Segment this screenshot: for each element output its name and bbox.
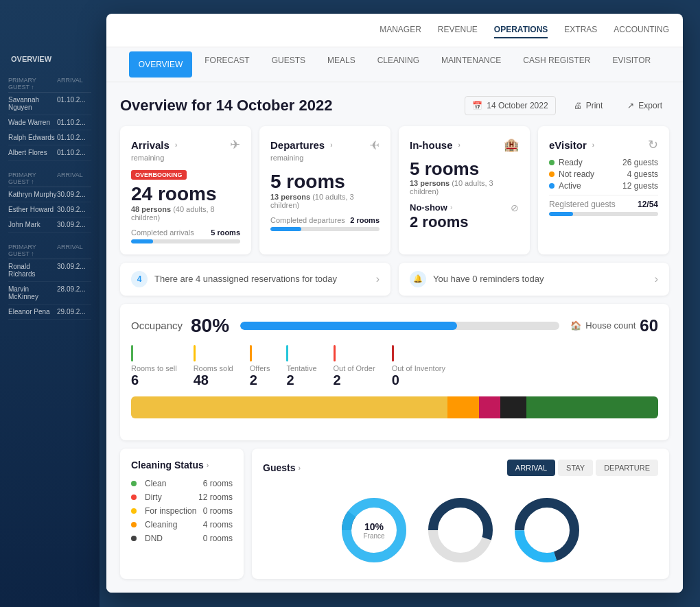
stat-rooms-to-sell-label: Rooms to sell <box>131 364 177 372</box>
guest-row-marvin[interactable]: Marvin McKinney28.09.2... <box>8 282 91 305</box>
arrivals-icon: ✈ <box>230 137 240 152</box>
dirty-value: 12 rooms <box>198 492 233 502</box>
donut-2 <box>423 492 498 568</box>
noshow-chevron: › <box>450 204 452 211</box>
calendar-icon: 📅 <box>472 101 482 110</box>
donut-1-sub: France <box>363 532 384 539</box>
date-chip[interactable]: 📅 14 October 2022 <box>465 96 555 115</box>
tab-departure[interactable]: DEPARTURE <box>596 460 658 476</box>
color-bar-pink <box>479 396 500 418</box>
tab-stay[interactable]: STAY <box>558 460 593 476</box>
departures-title[interactable]: Departures › <box>270 139 333 151</box>
ready-dot <box>549 160 555 165</box>
stat-tentative: Tentative 2 <box>286 345 316 388</box>
guests-tabs: ARRIVAL STAY DEPARTURE <box>507 460 658 476</box>
tab-arrival[interactable]: ARRIVAL <box>507 460 555 476</box>
guest-row-ralph[interactable]: Ralph Edwards01.10.2... <box>8 130 91 145</box>
arrivals-title[interactable]: Arrivals › <box>131 139 177 151</box>
reminders-alert[interactable]: 🔔 You have 0 reminders today › <box>399 263 669 296</box>
stat-out-of-order-label: Out of Order <box>334 364 375 372</box>
nav-manager[interactable]: MANAGER <box>380 22 421 38</box>
dnd-dot <box>131 536 137 541</box>
subnav-maintenance[interactable]: MAINTENANCE <box>432 47 511 82</box>
nav-extras[interactable]: EXTRAS <box>564 22 597 38</box>
unassigned-text: There are 4 unassigned reservations for … <box>154 274 337 284</box>
cleaning-dirty-row: Dirty 12 rooms <box>131 492 233 502</box>
guest-row-savannah[interactable]: Savannah Nguyen01.10.2... <box>8 93 91 115</box>
subnav-guests[interactable]: GUESTS <box>262 47 315 82</box>
evisitor-active-value: 12 guests <box>622 181 658 191</box>
bell-icon: 🔔 <box>410 271 426 287</box>
unassigned-chevron: › <box>376 273 380 285</box>
stat-offers-label: Offers <box>250 364 270 372</box>
sidebar-overview-label: OVERVIEW <box>0 14 100 74</box>
cleaning-cleaning-row: Cleaning 4 rooms <box>131 520 233 529</box>
guest-row-eleanor[interactable]: Eleanor Pena29.09.2... <box>8 305 91 320</box>
nav-revenue[interactable]: REVENUE <box>438 22 478 38</box>
subnav-cash-register[interactable]: CASH REGISTER <box>513 47 600 82</box>
arrivals-chevron: › <box>175 141 177 149</box>
nav-accounting[interactable]: ACCOUNTING <box>614 22 669 38</box>
reminders-text: You have 0 reminders today <box>433 274 544 284</box>
cleaning-dnd-row: DND 0 rooms <box>131 534 233 543</box>
subnav-meals[interactable]: MEALS <box>318 47 365 82</box>
page-title: Overview for 14 October 2022 <box>120 97 332 115</box>
guests-title[interactable]: Guests › <box>263 462 301 473</box>
dirty-dot <box>131 495 137 500</box>
alert-row: 4 There are 4 unassigned reservations fo… <box>120 263 669 296</box>
sub-navigation: OVERVIEW FORECAST GUESTS MEALS CLEANING … <box>106 47 683 82</box>
arrivals-subtitle: remaining <box>131 154 240 162</box>
print-icon: 🖨 <box>574 101 582 110</box>
guest-row-esther[interactable]: Esther Howard30.09.2... <box>8 202 91 217</box>
subnav-overview[interactable]: OVERVIEW <box>129 51 192 78</box>
active-dot <box>549 183 555 189</box>
color-bar-green <box>526 396 658 418</box>
house-icon: 🏠 <box>570 320 581 331</box>
occupancy-card: Occupancy 80% 🏠 House count 60 R <box>120 304 669 440</box>
subnav-cleaning[interactable]: CLEANING <box>368 47 429 82</box>
evisitor-ready-value: 26 guests <box>622 158 658 167</box>
stat-tentative-label: Tentative <box>286 364 316 372</box>
evisitor-title[interactable]: eVisitor › <box>549 139 594 151</box>
col-primary-guest-1: PRIMARY GUEST ↑ <box>8 77 57 91</box>
cleaning-card: Cleaning Status › Clean 6 rooms Dirty 12… <box>120 449 244 579</box>
guest-row-ronald[interactable]: Ronald Richards30.09.2... <box>8 259 91 282</box>
noshow-rooms: 2 rooms <box>410 213 519 231</box>
occupancy-label: Occupancy <box>131 320 183 331</box>
departures-chevron: › <box>330 141 332 149</box>
clean-label: Clean <box>145 479 166 488</box>
guest-row-wade[interactable]: Wade Warren01.10.2... <box>8 115 91 130</box>
inspection-label: For inspection <box>145 506 196 516</box>
dirty-label: Dirty <box>145 492 162 502</box>
evisitor-progress-fill <box>549 212 573 216</box>
stat-rooms-to-sell-value: 6 <box>131 372 177 388</box>
nav-operations[interactable]: OPERATIONS <box>494 22 548 38</box>
arrivals-rooms: 24 rooms <box>131 184 240 205</box>
reminders-chevron: › <box>655 273 658 285</box>
print-button[interactable]: 🖨 Print <box>567 97 610 115</box>
occupancy-bar-fill <box>240 322 457 330</box>
top-navigation: MANAGER REVENUE OPERATIONS EXTRAS ACCOUN… <box>106 14 683 47</box>
noshow-title[interactable]: No-show <box>410 202 447 213</box>
unassigned-alert[interactable]: 4 There are 4 unassigned reservations fo… <box>120 263 390 296</box>
arrivals-card: Arrivals › ✈ remaining OVERBOOKING 24 ro… <box>120 126 251 254</box>
stat-yellow-indicator <box>194 345 196 361</box>
guest-row-john[interactable]: John Mark30.09.2... <box>8 217 91 233</box>
inhouse-title[interactable]: In-house › <box>410 139 460 151</box>
col-arrival-1: ARRIVAL <box>57 77 91 91</box>
date-value: 14 October 2022 <box>487 101 548 110</box>
notready-dot <box>549 171 555 177</box>
donut-1: 10% France <box>336 492 412 568</box>
color-bar-orange <box>447 396 479 418</box>
departures-subtitle: remaining <box>270 154 380 162</box>
export-button[interactable]: ↗ Export <box>620 97 669 115</box>
guest-row-albert[interactable]: Albert Flores01.10.2... <box>8 145 91 160</box>
evisitor-active-row: Active 12 guests <box>549 181 658 191</box>
guest-row-kathryn[interactable]: Kathryn Murphy30.09.2... <box>8 187 91 202</box>
cleaning-title[interactable]: Cleaning Status › <box>131 460 233 471</box>
evisitor-icon: ↻ <box>648 137 658 152</box>
subnav-forecast[interactable]: FORECAST <box>195 47 259 82</box>
arrivals-progress-fill <box>131 239 153 243</box>
inhouse-card: In-house › 🏨 5 rooms 13 persons (10 adul… <box>399 126 530 254</box>
subnav-evisitor[interactable]: EVISITOR <box>603 47 660 82</box>
